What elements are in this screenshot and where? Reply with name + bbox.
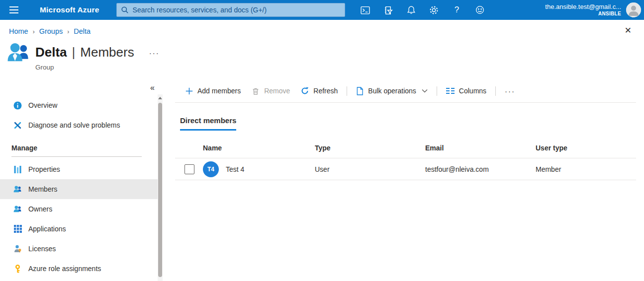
cloud-shell-icon <box>360 5 370 15</box>
global-search[interactable] <box>116 3 345 17</box>
search-icon <box>121 6 129 14</box>
sidebar-section-manage: Manage <box>0 142 158 154</box>
sidebar: « Overview <box>0 79 163 281</box>
trash-icon <box>252 87 260 95</box>
members-table: Name Type Email User type T4 Test 4 User… <box>175 138 636 180</box>
sidebar-item-label: Overview <box>28 101 57 109</box>
members-icon <box>13 185 22 194</box>
sidebar-item-label: Diagnose and solve problems <box>28 121 120 129</box>
sidebar-item-applications[interactable]: Applications <box>0 219 158 239</box>
cloud-shell-button[interactable] <box>354 0 377 20</box>
sidebar-collapse-button[interactable]: « <box>150 83 155 92</box>
remove-button[interactable]: Remove <box>246 82 295 99</box>
account-email: the.ansible.test@gmail.c... <box>545 3 621 11</box>
add-members-label: Add members <box>197 87 241 95</box>
toolbar-divider <box>347 86 347 96</box>
breadcrumb-delta[interactable]: Delta <box>74 27 91 35</box>
chevron-down-icon <box>422 89 428 93</box>
applications-grid-icon <box>13 225 22 233</box>
toolbar-divider <box>437 86 437 96</box>
table-row[interactable]: T4 Test 4 User testfour@nleiva.com Membe… <box>175 158 636 180</box>
breadcrumb-groups[interactable]: Groups <box>39 27 63 35</box>
scrollbar-up-icon <box>158 97 162 99</box>
plus-icon <box>185 87 193 95</box>
search-input[interactable] <box>133 6 341 14</box>
settings-button[interactable] <box>423 0 446 20</box>
toolbar-divider <box>495 86 496 96</box>
topbar-icons: ? <box>354 0 491 20</box>
sidebar-item-members[interactable]: Members <box>0 179 158 199</box>
sidebar-item-diagnose[interactable]: Diagnose and solve problems <box>0 115 158 135</box>
column-header-email: Email <box>425 144 536 152</box>
document-icon <box>356 87 364 95</box>
title-row: Delta | Members ··· <box>7 42 644 63</box>
account-info[interactable]: the.ansible.test@gmail.c... ANSIBLE <box>545 3 626 17</box>
main-row: « Overview <box>0 79 644 281</box>
ellipsis-icon: ··· <box>505 87 515 95</box>
notifications-button[interactable] <box>400 0 423 20</box>
hamburger-menu-icon[interactable] <box>4 0 24 20</box>
sidebar-item-overview[interactable]: Overview <box>0 95 158 115</box>
sidebar-item-azure-role-assignments[interactable]: Azure role assignments <box>0 259 158 279</box>
owners-icon <box>13 205 22 213</box>
tab-direct-members[interactable]: Direct members <box>180 116 236 131</box>
sidebar-item-properties[interactable]: Properties <box>0 159 158 179</box>
member-avatar: T4 <box>203 161 219 177</box>
sidebar-item-label: Properties <box>28 165 60 173</box>
sidebar-item-label: Licenses <box>28 245 56 253</box>
sidebar-item-label: Members <box>28 185 57 193</box>
columns-button[interactable]: Columns <box>441 82 492 99</box>
toolbar-more-button[interactable]: ··· <box>499 82 521 99</box>
page-title-separator: | <box>72 45 76 60</box>
sidebar-scrollbar[interactable] <box>158 94 163 281</box>
breadcrumb: Home › Groups › Delta <box>0 20 644 35</box>
bulk-operations-button[interactable]: Bulk operations <box>351 82 433 99</box>
sidebar-divider <box>11 156 142 157</box>
sidebar-item-owners[interactable]: Owners <box>0 199 158 219</box>
refresh-button[interactable]: Refresh <box>295 82 343 99</box>
bulk-operations-label: Bulk operations <box>368 87 416 95</box>
sidebar-item-label: Owners <box>28 205 52 213</box>
licenses-icon <box>13 245 22 253</box>
command-bar: Add members Remove <box>175 79 636 103</box>
title-more-button[interactable]: ··· <box>149 48 160 57</box>
page-subtitle: Group <box>35 64 644 71</box>
member-email: testfour@nleiva.com <box>425 165 536 173</box>
member-name: Test 4 <box>226 165 244 173</box>
breadcrumb-separator: › <box>33 28 35 35</box>
member-name-cell: T4 Test 4 <box>203 161 315 177</box>
bell-icon <box>406 5 416 15</box>
directory-filter-icon <box>383 5 393 15</box>
close-blade-button[interactable]: ✕ <box>625 26 632 35</box>
topbar: Microsoft Azure <box>0 0 644 20</box>
help-button[interactable]: ? <box>446 0 468 20</box>
person-silhouette-icon <box>626 2 641 17</box>
tab-strip: Direct members <box>180 116 636 131</box>
scrollbar-thumb[interactable] <box>158 103 162 277</box>
column-header-user-type: User type <box>536 144 636 152</box>
member-user-type: Member <box>536 165 636 173</box>
add-members-button[interactable]: Add members <box>180 82 246 99</box>
column-header-name: Name <box>203 144 315 152</box>
properties-icon <box>13 165 22 174</box>
breadcrumb-home[interactable]: Home <box>9 27 28 35</box>
row-checkbox[interactable] <box>184 164 194 174</box>
directory-filter-button[interactable] <box>377 0 400 20</box>
smiley-icon <box>475 5 485 15</box>
sidebar-item-label: Azure role assignments <box>28 265 101 273</box>
scrollbar-up-button[interactable] <box>158 94 163 102</box>
group-icon <box>7 42 30 63</box>
azure-brand[interactable]: Microsoft Azure <box>40 5 99 14</box>
sidebar-item-licenses[interactable]: Licenses <box>0 239 158 259</box>
account-avatar[interactable] <box>626 2 641 17</box>
refresh-icon <box>301 87 309 95</box>
feedback-button[interactable] <box>468 0 491 20</box>
row-select-cell <box>175 164 203 174</box>
refresh-label: Refresh <box>313 87 338 95</box>
page-title-blade-name: Members <box>80 45 134 60</box>
page-title: Delta | Members <box>35 45 134 60</box>
page-title-group-name: Delta <box>35 45 67 60</box>
account-directory: ANSIBLE <box>545 11 621 17</box>
sidebar-item-label: Applications <box>28 225 66 233</box>
remove-label: Remove <box>264 87 290 95</box>
